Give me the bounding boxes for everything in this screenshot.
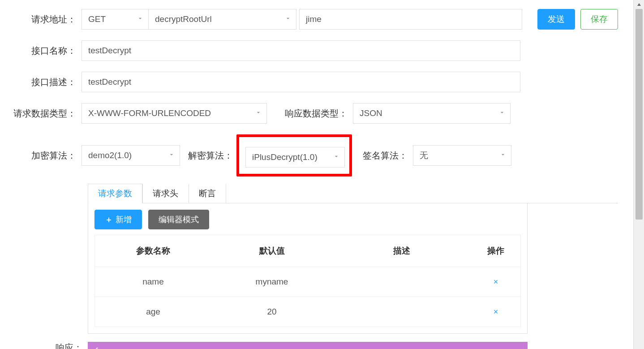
chevron-down-icon bbox=[498, 108, 506, 118]
request-url-row: 请求地址： GET decryptRootUrl jime 发送 保存 bbox=[4, 9, 618, 30]
response-label: 响应： bbox=[4, 342, 88, 349]
save-button[interactable]: 保存 bbox=[580, 9, 618, 30]
req-data-type-value: X-WWW-FORM-URLENCODED bbox=[88, 108, 211, 118]
chevron-down-icon bbox=[137, 14, 144, 24]
path-input[interactable]: jime bbox=[299, 9, 522, 30]
root-url-select[interactable]: decryptRootUrl bbox=[149, 9, 296, 30]
decrypt-algo-select[interactable]: iPlusDecrypt(1.0) bbox=[245, 147, 345, 168]
table-header: 参数名称 默认值 描述 操作 bbox=[95, 235, 520, 267]
api-name-input[interactable]: testDecrypt bbox=[82, 40, 520, 61]
api-desc-label: 接口描述： bbox=[4, 76, 82, 88]
col-param-name: 参数名称 bbox=[95, 235, 211, 267]
button-row: ＋新增 编辑器模式 bbox=[94, 210, 521, 229]
delete-icon[interactable]: × bbox=[494, 277, 498, 286]
add-button[interactable]: ＋新增 bbox=[94, 210, 142, 229]
chevron-down-icon bbox=[255, 108, 262, 118]
scrollbar-thumb[interactable] bbox=[635, 9, 643, 220]
resp-data-type-label: 响应数据类型： bbox=[279, 108, 353, 120]
param-op-cell: × bbox=[471, 297, 520, 327]
col-desc: 描述 bbox=[332, 235, 471, 267]
col-op: 操作 bbox=[471, 235, 520, 267]
api-name-row: 接口名称： testDecrypt bbox=[4, 40, 618, 61]
editor-mode-button[interactable]: 编辑器模式 bbox=[148, 210, 209, 229]
param-default-cell[interactable]: 20 bbox=[211, 297, 332, 327]
param-op-cell: × bbox=[471, 267, 520, 297]
resp-data-type-value: JSON bbox=[360, 108, 382, 118]
http-method-value: GET bbox=[88, 14, 106, 24]
scrollbar-track[interactable] bbox=[634, 0, 644, 349]
api-desc-input[interactable]: testDecrypt bbox=[82, 72, 520, 92]
api-name-label: 接口名称： bbox=[4, 45, 82, 57]
decrypt-algo-value: iPlusDecrypt(1.0) bbox=[252, 152, 318, 162]
scrollbar[interactable] bbox=[633, 0, 644, 349]
param-desc-cell[interactable] bbox=[332, 267, 471, 297]
plus-icon: ＋ bbox=[105, 214, 113, 225]
chevron-down-icon bbox=[333, 152, 340, 162]
chevron-down-icon bbox=[168, 151, 175, 160]
table-row: age 20 × bbox=[95, 297, 520, 327]
decrypt-algo-label: 解密算法： bbox=[188, 150, 235, 162]
add-label: 新增 bbox=[116, 214, 132, 225]
algo-row: 加密算法： demo2(1.0) 解密算法： iPlusDecrypt(1.0)… bbox=[4, 134, 618, 177]
params-table: 参数名称 默认值 描述 操作 name myname × age 20 × bbox=[94, 235, 521, 327]
table-row: name myname × bbox=[95, 267, 520, 297]
param-name-cell[interactable]: age bbox=[95, 297, 211, 327]
path-value: jime bbox=[306, 14, 322, 24]
scroll-up-arrow[interactable] bbox=[634, 0, 644, 9]
root-url-value: decryptRootUrl bbox=[155, 14, 212, 24]
resp-data-type-select[interactable]: JSON bbox=[353, 103, 511, 124]
response-row: 响应： { "dto": { bbox=[4, 342, 618, 349]
param-desc-cell[interactable] bbox=[332, 297, 471, 327]
sign-algo-label: 签名算法： bbox=[357, 150, 413, 162]
col-default: 默认值 bbox=[211, 235, 332, 267]
sign-algo-value: 无 bbox=[420, 150, 428, 161]
response-body[interactable]: { "dto": { bbox=[88, 342, 528, 349]
send-button[interactable]: 发送 bbox=[537, 9, 575, 30]
decrypt-highlight: iPlusDecrypt(1.0) bbox=[236, 134, 352, 177]
chevron-down-icon bbox=[499, 151, 507, 160]
api-name-value: testDecrypt bbox=[88, 46, 131, 56]
param-name-cell[interactable]: name bbox=[95, 267, 211, 297]
delete-icon[interactable]: × bbox=[494, 307, 498, 316]
param-default-cell[interactable]: myname bbox=[211, 267, 332, 297]
tab-assert[interactable]: 断言 bbox=[189, 184, 226, 203]
http-method-select[interactable]: GET bbox=[82, 9, 149, 30]
api-desc-row: 接口描述： testDecrypt bbox=[4, 72, 618, 92]
api-desc-value: testDecrypt bbox=[88, 77, 131, 87]
chevron-down-icon bbox=[284, 14, 292, 24]
tab-params[interactable]: 请求参数 bbox=[88, 184, 142, 203]
encrypt-algo-value: demo2(1.0) bbox=[88, 151, 132, 160]
tabs: 请求参数 请求头 断言 bbox=[88, 184, 618, 203]
data-type-row: 请求数据类型： X-WWW-FORM-URLENCODED 响应数据类型： JS… bbox=[4, 103, 618, 124]
sign-algo-select[interactable]: 无 bbox=[413, 145, 511, 166]
req-data-type-label: 请求数据类型： bbox=[4, 108, 82, 120]
encrypt-algo-label: 加密算法： bbox=[4, 150, 82, 162]
tab-headers[interactable]: 请求头 bbox=[142, 184, 189, 203]
req-data-type-select[interactable]: X-WWW-FORM-URLENCODED bbox=[82, 103, 267, 124]
tab-body: ＋新增 编辑器模式 参数名称 默认值 描述 操作 name myname × bbox=[88, 203, 528, 334]
encrypt-algo-select[interactable]: demo2(1.0) bbox=[82, 145, 180, 166]
request-url-label: 请求地址： bbox=[4, 13, 82, 26]
